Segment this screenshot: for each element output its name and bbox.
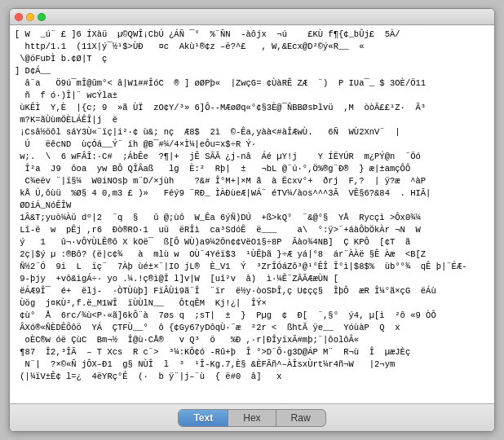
tab-hex[interactable]: Hex <box>228 410 276 426</box>
maximize-button[interactable] <box>38 13 46 21</box>
tab-text[interactable]: Text <box>179 410 228 426</box>
content-area: [ W _ú¨ £ ]6 ÍXàü µ©QWÎ¡CbÚ ¿ÁÑ ¯° %¨ÑN … <box>10 25 494 403</box>
tab-group: Text Hex Raw <box>178 409 325 427</box>
traffic-lights <box>15 13 46 21</box>
toolbar: Text Hex Raw <box>10 403 494 431</box>
main-window: [ W _ú¨ £ ]6 ÍXàü µ©QWÎ¡CbÚ ¿ÁÑ ¯° %¨ÑN … <box>9 8 495 432</box>
minimize-button[interactable] <box>26 13 34 21</box>
titlebar <box>10 9 494 25</box>
tab-raw[interactable]: Raw <box>276 410 325 426</box>
close-button[interactable] <box>15 13 23 21</box>
hex-content: [ W _ú¨ £ ]6 ÍXàü µ©QWÎ¡CbÚ ¿ÁÑ ¯° %¨ÑN … <box>15 29 489 400</box>
